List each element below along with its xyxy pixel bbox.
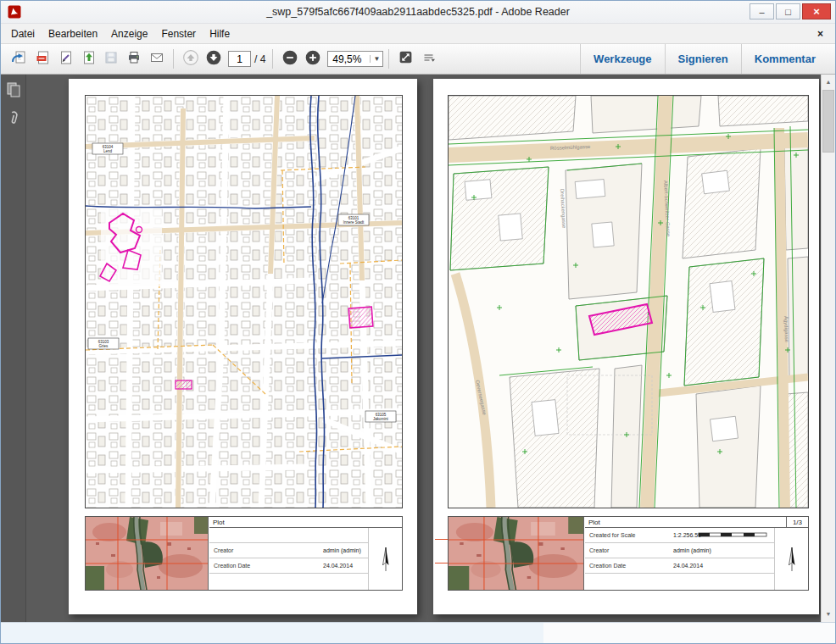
pages-icon	[5, 81, 22, 102]
menu-item-anzeige[interactable]: Anzeige	[104, 25, 154, 42]
scroll-down-arrow[interactable]: ▼	[822, 608, 835, 621]
toolbar-options-button[interactable]	[417, 47, 440, 70]
pen-icon	[58, 50, 73, 69]
north-arrow-icon	[786, 545, 798, 574]
save-button[interactable]	[99, 47, 122, 70]
scale-value: 1:2.256.59	[670, 532, 701, 538]
envelope-icon	[149, 50, 164, 69]
registration-line	[435, 563, 448, 564]
open-icon	[11, 50, 27, 69]
toolbar-menu-icon	[421, 50, 437, 69]
sign-panel-button[interactable]: Signieren	[666, 44, 741, 74]
plot-title: Plot	[209, 517, 225, 527]
menu-bar: Datei Bearbeiten Anzeige Fenster Hilfe ×	[1, 24, 835, 44]
create-pdf-button[interactable]	[31, 47, 53, 70]
creation-date-value: 24.04.2014	[320, 563, 353, 569]
status-bar-left	[1, 623, 543, 643]
creator-value: admin (admin)	[670, 547, 711, 553]
district-label-lend: 63104 Lend	[92, 143, 123, 154]
creator-value: admin (admin)	[320, 547, 361, 553]
previous-page-button[interactable]	[179, 47, 202, 70]
arrow-up-icon	[182, 49, 199, 69]
svg-text:Ägydigasse: Ägydigasse	[783, 316, 789, 343]
svg-text:63101: 63101	[348, 216, 359, 220]
scrollbar-thumb[interactable]	[822, 90, 834, 153]
detail-map-svg: Rösselmühlgasse Albert-Schweitzer-Gasse …	[449, 96, 808, 508]
attachments-button[interactable]	[3, 110, 24, 130]
district-label-gries: 63103 Gries	[88, 338, 119, 349]
svg-text:Gries: Gries	[99, 344, 109, 348]
toolbar-separator	[388, 49, 389, 69]
document-canvas[interactable]: 63104 Lend 63101 Innere Stadt 63103	[26, 75, 821, 622]
zoom-level-select[interactable]: 49,5% ▼	[327, 51, 383, 67]
creation-date-label: Creation Date	[585, 563, 670, 569]
chevron-down-icon: ▼	[370, 55, 382, 63]
email-button[interactable]	[145, 47, 168, 70]
creation-date-label: Creation Date	[209, 563, 320, 569]
status-bar-right	[543, 623, 835, 643]
menu-item-fenster[interactable]: Fenster	[154, 25, 203, 42]
window-titlebar[interactable]: _swp_579f5afc667f409aab2911aabdec5325.pd…	[1, 1, 835, 24]
overview-map-svg: 63104 Lend 63101 Innere Stadt 63103	[86, 96, 402, 508]
page-number-input[interactable]	[228, 51, 251, 67]
svg-text:63105: 63105	[376, 413, 387, 417]
paperclip-icon	[5, 110, 22, 130]
overview-map: 63104 Lend 63101 Innere Stadt 63103	[85, 95, 403, 508]
scroll-up-arrow[interactable]: ▲	[822, 75, 835, 89]
district-label-innere-stadt: 63101 Innere Stadt	[338, 214, 369, 225]
menu-item-datei[interactable]: Datei	[4, 25, 42, 42]
menu-item-bearbeiten[interactable]: Bearbeiten	[42, 25, 104, 42]
plus-icon	[304, 49, 321, 69]
maximize-button[interactable]: □	[776, 3, 800, 19]
comment-panel-button[interactable]: Kommentar	[742, 44, 828, 74]
zoom-out-button[interactable]	[278, 47, 301, 70]
north-arrow-icon	[380, 545, 392, 574]
svg-text:Jakomini: Jakomini	[373, 417, 388, 421]
satellite-thumbnail	[449, 517, 584, 590]
page-thumbnails-button[interactable]	[3, 81, 24, 102]
district-label-jakomini: 63105 Jakomini	[365, 411, 396, 422]
vertical-scrollbar[interactable]: ▲ ▼	[821, 75, 835, 622]
minus-icon	[281, 49, 298, 69]
open-file-button[interactable]	[8, 47, 31, 70]
satellite-thumbnail	[86, 517, 209, 590]
status-bar	[1, 622, 835, 643]
fullscreen-mode-button[interactable]	[394, 47, 417, 70]
minimize-button[interactable]: –	[750, 3, 774, 19]
north-arrow-cell	[368, 528, 402, 590]
tools-panel-button[interactable]: Werkzeuge	[581, 44, 664, 74]
arrow-down-icon	[205, 49, 222, 69]
toolbar-separator	[173, 49, 174, 69]
registration-line	[435, 539, 448, 540]
title-block: Plot Creator admin (admin) Creation Date…	[85, 516, 403, 591]
close-button[interactable]: ×	[802, 3, 831, 19]
plot-title: Plot	[585, 517, 600, 527]
share-file-button[interactable]	[76, 47, 99, 70]
creator-label: Creator	[585, 547, 670, 553]
navigation-pane-strip	[1, 75, 26, 622]
close-document-icon[interactable]: ×	[809, 28, 832, 40]
zoom-in-button[interactable]	[301, 47, 324, 70]
toolbar-separator	[272, 49, 273, 69]
page-count-label: / 4	[254, 53, 265, 65]
title-block: Plot 1/3 Created for Scale 1:2.256.59 Cr…	[448, 516, 809, 591]
print-button[interactable]	[122, 47, 145, 70]
scale-label: Created for Scale	[585, 532, 670, 538]
svg-text:63104: 63104	[103, 145, 114, 149]
zoom-value: 49,5%	[328, 53, 370, 65]
svg-text:Innere Stadt: Innere Stadt	[343, 220, 365, 225]
pdf-page-1: 63104 Lend 63101 Innere Stadt 63103	[69, 79, 417, 614]
sheet-number: 1/3	[786, 517, 808, 527]
pdf-page-2: Rösselmühlgasse Albert-Schweitzer-Gasse …	[433, 79, 819, 614]
window-title: _swp_579f5afc667f409aab2911aabdec5325.pd…	[1, 6, 835, 18]
send-file-icon	[81, 50, 96, 69]
creation-date-value: 24.04.2014	[670, 563, 703, 569]
fill-sign-button[interactable]	[53, 47, 76, 70]
adobe-reader-window: _swp_579f5afc667f409aab2911aabdec5325.pd…	[0, 0, 836, 644]
next-page-button[interactable]	[202, 47, 225, 70]
menu-item-hilfe[interactable]: Hilfe	[203, 25, 237, 42]
main-toolbar: / 4 49,5% ▼ Werkzeuge Signieren Kommenta…	[1, 44, 835, 75]
svg-text:Lend: Lend	[103, 149, 113, 153]
north-arrow-cell	[774, 528, 808, 590]
save-icon	[103, 50, 119, 69]
